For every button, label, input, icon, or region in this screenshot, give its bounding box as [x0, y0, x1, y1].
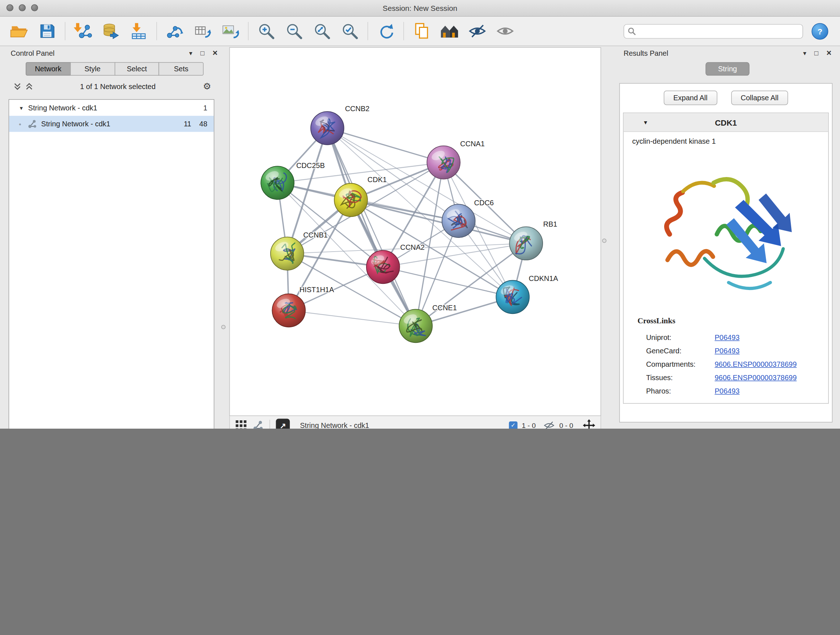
- network-node-rb1[interactable]: RB1: [509, 220, 557, 260]
- expand-all-button[interactable]: Expand All: [664, 90, 717, 105]
- network-node-label: CCNE1: [432, 304, 457, 312]
- save-floppy-icon: [39, 23, 55, 39]
- network-collection-row[interactable]: ▾ String Network - cdk1 1: [9, 100, 214, 116]
- selected-checkbox-icon[interactable]: ✓: [509, 421, 518, 429]
- network-node-ccnb2[interactable]: CCNB2: [311, 105, 370, 145]
- string-network-icon: [28, 119, 37, 128]
- export-network-button[interactable]: [163, 19, 187, 43]
- crosslink-genecard-link[interactable]: P06493: [714, 347, 819, 355]
- expand-all-icon[interactable]: [14, 82, 21, 90]
- crosslink-uniprot-link[interactable]: P06493: [714, 333, 819, 341]
- collapse-all-icon[interactable]: [26, 82, 33, 90]
- control-panel: Control Panel ▾ □ × Network Style Select…: [4, 46, 224, 429]
- crosslink-pharos-link[interactable]: P06493: [714, 387, 819, 395]
- copy-button[interactable]: [409, 19, 434, 43]
- houses-icon: [440, 23, 459, 39]
- tab-sets[interactable]: Sets: [159, 62, 204, 76]
- import-table-button[interactable]: [126, 19, 151, 43]
- zoom-in-button[interactable]: [254, 19, 279, 43]
- network-node-label: CDC25B: [296, 162, 325, 169]
- network-node-ccna1[interactable]: CCNA1: [427, 140, 485, 179]
- vertical-splitter-handle[interactable]: [602, 239, 606, 243]
- gene-card-header[interactable]: ▾ CDK1: [624, 113, 829, 132]
- network-edge[interactable]: [327, 128, 444, 163]
- toolbar-separator: [270, 420, 270, 429]
- tab-network[interactable]: Network: [26, 62, 71, 76]
- hide-graphics-details-button[interactable]: [465, 19, 489, 43]
- cytoscape-window: Session: New Session: [0, 0, 840, 429]
- toolbar-separator: [403, 22, 404, 40]
- crosslink-compartments-link[interactable]: 9606.ENSP00000378699: [714, 360, 819, 368]
- import-database-icon: [103, 22, 119, 40]
- help-button[interactable]: ?: [812, 23, 829, 40]
- crosslinks-section: CrossLinks Uniprot:P06493 GeneCard:P0649…: [624, 310, 829, 403]
- crosslink-tissues-link[interactable]: 9606.ENSP00000378699: [714, 374, 819, 382]
- network-selection-row: 1 of 1 Network selected ⚙: [4, 79, 224, 94]
- export-table-button[interactable]: [190, 19, 215, 43]
- save-session-button[interactable]: [35, 19, 59, 43]
- network-edge[interactable]: [289, 310, 416, 326]
- move-crosshair-icon[interactable]: [583, 419, 595, 429]
- detach-view-button[interactable]: ↗: [276, 418, 290, 429]
- network-node-label: RB1: [543, 220, 557, 228]
- network-options-gear-icon[interactable]: ⚙: [203, 81, 211, 92]
- import-network-database-button[interactable]: [98, 19, 123, 43]
- network-node-label: CCNB2: [345, 105, 370, 112]
- close-panel-icon[interactable]: ×: [826, 48, 831, 58]
- control-panel-header: Control Panel ▾ □ ×: [4, 46, 224, 60]
- zoom-selected-button[interactable]: [338, 19, 362, 43]
- zoom-fit-button[interactable]: [309, 19, 334, 43]
- network-row-selected[interactable]: ● String Network - cdk1 11 48: [9, 116, 214, 132]
- search-icon: [628, 27, 636, 35]
- network-edge[interactable]: [327, 128, 416, 326]
- tree-expander-icon[interactable]: ▾: [20, 104, 23, 111]
- export-table-icon: [194, 22, 211, 40]
- close-panel-icon[interactable]: ×: [212, 48, 218, 58]
- tab-select[interactable]: Select: [114, 62, 159, 76]
- hidden-counts: 0 - 0: [559, 421, 573, 429]
- network-node-cdk1[interactable]: CDK1: [334, 176, 387, 217]
- hidden-eye-icon[interactable]: [543, 421, 555, 429]
- network-node-label: CDKN1A: [529, 274, 559, 282]
- eye-slash-icon: [468, 24, 486, 38]
- crosslink-label: GeneCard:: [646, 347, 715, 355]
- close-window-button[interactable]: [6, 4, 13, 11]
- minimize-window-button[interactable]: [19, 4, 26, 11]
- tab-style[interactable]: Style: [70, 62, 115, 76]
- zoom-out-button[interactable]: [282, 19, 306, 43]
- export-image-button[interactable]: [218, 19, 243, 43]
- results-panel-title: Results Panel: [624, 49, 668, 57]
- show-graphics-details-button[interactable]: [493, 19, 517, 43]
- maximize-window-button[interactable]: [31, 4, 38, 11]
- network-canvas[interactable]: CCNB2CCNA1CDC25BCDK1CDC6RB1CCNB1CCNA2CDK…: [229, 47, 601, 416]
- float-panel-icon[interactable]: □: [201, 49, 204, 57]
- network-selection-status: 1 of 1 Network selected: [33, 82, 203, 90]
- selected-counts: 1 - 0: [522, 421, 536, 429]
- network-share-icon[interactable]: [253, 420, 264, 429]
- control-panel-title: Control Panel: [11, 49, 55, 57]
- network-node-cdc6[interactable]: CDC6: [442, 199, 494, 238]
- panel-menu-icon[interactable]: ▾: [803, 49, 806, 57]
- network-graph[interactable]: CCNB2CCNA1CDC25BCDK1CDC6RB1CCNB1CCNA2CDK…: [230, 48, 600, 416]
- refresh-button[interactable]: [373, 19, 398, 43]
- export-network-icon: [166, 22, 184, 40]
- float-panel-icon[interactable]: □: [814, 49, 818, 57]
- home-button[interactable]: [437, 19, 462, 43]
- network-edge[interactable]: [383, 267, 513, 297]
- gene-expander-icon[interactable]: ▾: [644, 119, 647, 126]
- network-node-hist1h1a[interactable]: HIST1H1A: [272, 286, 334, 327]
- tab-string[interactable]: String: [706, 62, 749, 76]
- network-collection-label: String Network - cdk1: [28, 104, 97, 112]
- panel-menu-icon[interactable]: ▾: [189, 49, 193, 57]
- grid-view-icon[interactable]: [235, 420, 247, 429]
- network-node-ccnb1[interactable]: CCNB1: [271, 231, 328, 270]
- main-toolbar: ?: [0, 17, 840, 46]
- import-network-button[interactable]: [71, 19, 95, 43]
- network-node-cdkn1a[interactable]: CDKN1A: [496, 274, 558, 314]
- crosslink-label: Compartments:: [646, 360, 715, 368]
- gene-description: cyclin-dependent kinase 1: [624, 132, 829, 146]
- vertical-splitter-handle[interactable]: [221, 325, 226, 329]
- search-input[interactable]: [624, 24, 803, 38]
- open-file-button[interactable]: [7, 19, 32, 43]
- collapse-all-button[interactable]: Collapse All: [731, 90, 788, 105]
